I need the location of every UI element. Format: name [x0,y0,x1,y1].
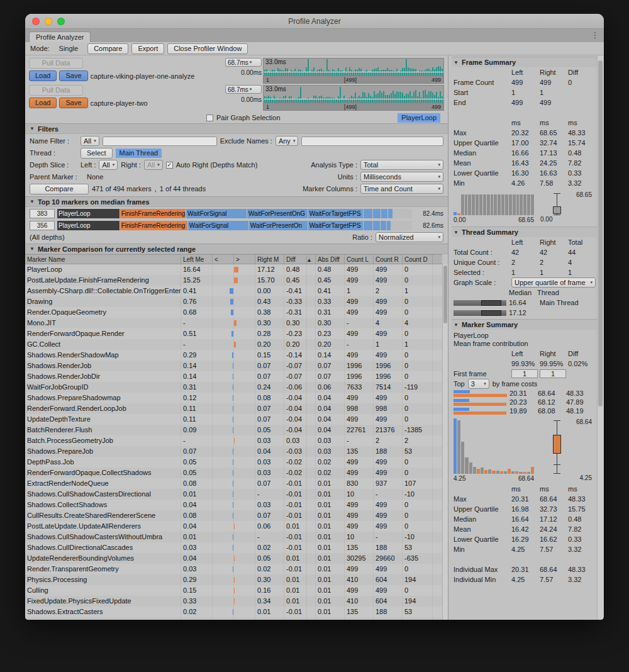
table-row[interactable]: UpdateDepthTexture0.110.07-0.040.0449949… [25,414,442,425]
table-row[interactable]: Shadows.RenderJobDir0.140.07-0.070.07199… [25,371,442,382]
load-button[interactable]: Load [29,70,57,81]
table-row[interactable]: CullResults.CreateSharedRendererScene0.0… [25,510,442,521]
window-scrollbar[interactable] [597,55,603,620]
thread-summary-header[interactable]: ▼ Thread Summary [452,227,597,237]
top10-segment[interactable]: WaitForTargetFPS [308,221,363,230]
column-header[interactable]: < [213,255,234,264]
table-row[interactable]: RenderForwardOpaque.CollectShadows0.050.… [25,468,442,478]
auto-right-checkbox[interactable]: ✓ [166,162,173,169]
thread-row[interactable]: 17.12 [452,308,597,318]
column-header[interactable]: > [234,255,255,264]
table-row[interactable]: Mono.JIT-0.300.300.30-44 [25,318,442,328]
table-row[interactable]: GC.Collect-0.200.200.20-11 [25,339,442,350]
scrollbar-thumb[interactable] [443,266,447,323]
top10-segment[interactable] [387,221,391,230]
table-row[interactable]: Shadows.PrepareShadowmap0.120.08-0.040.0… [25,393,442,403]
top-count-dropdown[interactable]: 3 ▾ [468,379,489,389]
top10-segment[interactable]: PlayerLoop [57,209,120,218]
tab-profile-analyzer[interactable]: Profile Analyzer [29,31,91,42]
frame-summary-header[interactable]: ▼ Frame Summary [452,57,597,67]
table-row[interactable]: Physics.Processing0.290.300.010.01410604… [25,574,442,585]
table-row[interactable]: Culling0.150.160.010.014994990 [25,585,442,596]
range-dropdown[interactable]: 68.7ms ▾ [225,58,262,67]
table-scrollbar[interactable] [442,264,448,620]
top10-segment[interactable]: FinishFrameRendering [120,209,186,218]
table-row[interactable]: ParticleSystem.UpdateJob0.010.010.010.01… [25,617,442,620]
marker-columns-dropdown[interactable]: Time and Count ▾ [360,184,443,194]
table-row[interactable]: Shadows.RenderShadowMap0.290.15-0.140.14… [25,350,442,361]
table-row[interactable]: BatchRenderer.Flush0.090.05-0.040.042276… [25,425,442,435]
title-bar[interactable]: Profile Analyzer [25,14,604,29]
table-row[interactable]: WaitForJobGroupID0.310.24-0.060.06763375… [25,382,442,393]
name-filter-input[interactable] [103,137,217,146]
export-button[interactable]: Export [131,43,164,54]
table-row[interactable]: PostLateUpdate.UpdateAllRenderers0.040.0… [25,521,442,532]
graph-scale-dropdown[interactable]: Upper quartile of frame ti ▾ [511,277,596,288]
top10-segment[interactable] [381,209,387,218]
column-header[interactable]: Marker Name [25,255,181,264]
name-filter-mode-dropdown[interactable]: All ▾ [81,136,99,146]
table-row[interactable]: Assembly-CSharp.dll!::Collectable.OnTrig… [25,286,442,296]
comparison-section-header[interactable]: ▼ Marker Comparison for currently select… [25,244,448,254]
top10-section-header[interactable]: ▼ Top 10 markers on median frames [25,196,448,207]
table-row[interactable]: Shadows.RenderJob0.140.07-0.070.07199619… [25,361,442,371]
marker-histogram[interactable] [454,418,534,474]
column-header[interactable]: Count D [403,255,433,264]
pull-data-button[interactable]: Pull Data [29,58,83,69]
kebab-menu-icon[interactable]: ⋮ [591,31,599,40]
top10-segment[interactable] [373,209,381,218]
scrollbar-thumb[interactable] [598,60,603,406]
marker-summary-header[interactable]: ▼ Marker Summary [452,319,597,330]
filters-section-header[interactable]: ▼ Filters [25,123,448,134]
top-cost-row[interactable]: 19.8968.0848.19 [452,406,597,415]
column-header[interactable]: ▴ [307,255,316,264]
top10-segment[interactable]: WaitForPresentOn [249,221,308,230]
graph-axis[interactable]: 1 [499] 499 [263,76,444,84]
load-button[interactable]: Load [29,98,57,108]
table-row[interactable]: Shadows.ExtractCasters0.020.01-0.010.011… [25,607,442,617]
first-frame-right[interactable]: 1 [540,369,566,378]
table-row[interactable]: Shadows.CullShadowCastersWithoutUmbra0.0… [25,532,442,542]
top10-segment[interactable]: WaitForTargetFPS [308,209,363,218]
column-header[interactable]: Count R [374,255,403,264]
frame-index-box[interactable]: 356 [30,221,55,230]
pair-graph-selection-checkbox[interactable] [206,115,213,121]
table-row[interactable]: UpdateRendererBoundingVolumes0.040.050.0… [25,553,442,564]
top10-segment[interactable]: WaitForSignal [186,209,247,218]
top10-segment[interactable]: WaitForSignal [188,221,248,230]
column-header[interactable]: Count L [345,255,374,264]
ratio-dropdown[interactable]: Normalized ▾ [376,232,443,242]
table-row[interactable]: PlayerLoop16.6417.120.480.484994990 [25,264,442,275]
table-row[interactable]: RenderForward.RenderLoopJob0.110.07-0.04… [25,403,442,414]
column-header[interactable]: Right M [255,255,284,264]
top10-segment[interactable] [381,221,386,230]
analysis-type-dropdown[interactable]: Total ▾ [360,160,443,170]
table-row[interactable]: Shadows.CullDirectionalCascades0.030.02-… [25,542,442,553]
top10-segment[interactable] [388,209,392,218]
save-button[interactable]: Save [59,70,87,81]
top10-segment[interactable] [373,221,380,230]
table-row[interactable]: FixedUpdate.PhysicsFixedUpdate0.330.340.… [25,596,442,607]
thread-select-button[interactable]: Select [81,148,113,159]
frame-histogram[interactable] [454,191,534,215]
close-profiler-window-button[interactable]: Close Profiler Window [167,43,248,54]
table-row[interactable]: RenderForwardOpaque.Render0.510.28-0.230… [25,328,442,339]
depth-left-dropdown[interactable]: All ▾ [99,160,118,170]
top10-segment[interactable] [364,209,372,218]
table-row[interactable]: Drawing0.760.43-0.330.334994990 [25,296,442,307]
exclude-mode-dropdown[interactable]: Any ▾ [276,136,298,146]
table-row[interactable]: Shadows.PrepareJob0.070.04-0.030.0313518… [25,446,442,457]
pull-data-button[interactable]: Pull Data [29,85,83,96]
column-header[interactable]: Diff [284,255,307,264]
units-dropdown[interactable]: Milliseconds ▾ [360,172,443,182]
top-cost-row[interactable]: 20.3168.6448.33 [452,389,597,398]
save-button[interactable]: Save [59,98,87,108]
frame-time-graph[interactable]: 33.0ms [263,85,444,103]
mode-single-button[interactable]: Single [53,43,85,54]
table-row[interactable]: DepthPass.Job0.050.03-0.020.024994990 [25,457,442,468]
column-header[interactable]: Left Me [181,255,213,264]
table-row[interactable]: PostLateUpdate.FinishFrameRendering15.25… [25,275,442,286]
thread-row[interactable]: 16.64Main Thread [452,298,597,308]
first-frame-left[interactable]: 1 [511,369,538,378]
range-dropdown[interactable]: 68.7ms ▾ [225,85,262,94]
